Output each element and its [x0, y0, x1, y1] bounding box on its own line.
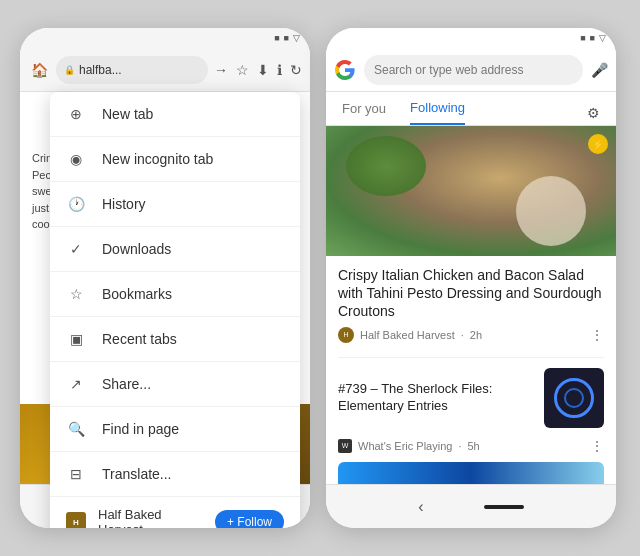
menu-item-new-tab[interactable]: ⊕ New tab: [50, 92, 300, 137]
right-phone: ■ ■ ▽ Search or type web address 🎤: [326, 28, 616, 528]
find-icon: 🔍: [66, 419, 86, 439]
downloads-icon: ✓: [66, 239, 86, 259]
download-icon[interactable]: ⬇: [257, 62, 269, 78]
article2-text: #739 – The Sherlock Files: Elementary En…: [338, 381, 534, 415]
article2-dot: ·: [458, 440, 461, 452]
signal-icon: ■: [274, 33, 279, 43]
salad-greens: [346, 136, 426, 196]
article1-info: Crispy Italian Chicken and Bacon Salad w…: [326, 256, 616, 357]
left-status-bar: ■ ■ ▽: [20, 28, 310, 48]
right-browser-toolbar: Search or type web address 🎤: [326, 48, 616, 92]
signal-icon-right: ■: [580, 33, 585, 43]
plate-circle: [516, 176, 586, 246]
follow-button[interactable]: + Follow: [215, 510, 284, 528]
tab-for-you[interactable]: For you: [342, 101, 386, 124]
bookmark-icon[interactable]: ☆: [236, 62, 249, 78]
article1-source: Half Baked Harvest: [360, 329, 455, 341]
menu-item-history[interactable]: 🕐 History: [50, 182, 300, 227]
wifi-icon-right: ■: [590, 33, 595, 43]
lightning-badge: ⚡: [588, 134, 608, 154]
article2-thumb: [544, 368, 604, 428]
new-tab-icon: ⊕: [66, 104, 86, 124]
search-placeholder: Search or type web address: [374, 63, 523, 77]
new-tab-label: New tab: [102, 106, 284, 122]
source-icon-1: H: [338, 327, 354, 343]
home-icon[interactable]: 🏠: [28, 59, 50, 81]
reload-icon[interactable]: ↻: [290, 62, 302, 78]
wifi-icon: ■: [284, 33, 289, 43]
left-phone: ■ ■ ▽ 🏠 🔒 halfba... → ☆ ⬇ ℹ ↻ — HALF — H…: [20, 28, 310, 528]
article2-source: What's Eric Playing: [358, 440, 452, 452]
battery-icon: ▽: [293, 33, 300, 43]
dropdown-menu: ⊕ New tab ◉ New incognito tab 🕐 History …: [50, 92, 300, 528]
menu-item-share[interactable]: ↗ Share...: [50, 362, 300, 407]
url-text: halfba...: [79, 63, 122, 77]
new-incognito-tab-label: New incognito tab: [102, 151, 284, 167]
more-icon-1[interactable]: ⋮: [590, 327, 604, 343]
find-label: Find in page: [102, 421, 284, 437]
back-icon-right[interactable]: ‹: [418, 498, 423, 516]
site-name: Half Baked Harvest: [98, 507, 203, 528]
menu-item-downloads[interactable]: ✓ Downloads: [50, 227, 300, 272]
article1-dot: ·: [461, 329, 464, 341]
bookmarks-label: Bookmarks: [102, 286, 284, 302]
history-icon: 🕐: [66, 194, 86, 214]
source-icon-2: W: [338, 439, 352, 453]
search-bar[interactable]: Search or type web address: [364, 55, 583, 85]
translate-icon: ⊟: [66, 464, 86, 484]
home-pill-right: [484, 505, 524, 509]
article-image: ⚡: [326, 126, 616, 256]
google-logo: [334, 59, 356, 81]
menu-item-new-incognito-tab[interactable]: ◉ New incognito tab: [50, 137, 300, 182]
lock-icon: 🔒: [64, 65, 75, 75]
incognito-icon: ◉: [66, 149, 86, 169]
right-bottom-nav: ‹: [326, 484, 616, 528]
recent-tabs-label: Recent tabs: [102, 331, 284, 347]
article2-meta: W What's Eric Playing · 5h ⋮: [326, 438, 616, 462]
right-content: For you Following ⚙ ⚡ Crispy Italian Chi…: [326, 92, 616, 484]
right-status-bar: ■ ■ ▽: [326, 28, 616, 48]
menu-item-bookmarks[interactable]: ☆ Bookmarks: [50, 272, 300, 317]
forward-icon[interactable]: →: [214, 62, 228, 78]
downloads-label: Downloads: [102, 241, 284, 257]
bookmarks-icon: ☆: [66, 284, 86, 304]
url-bar[interactable]: 🔒 halfba...: [56, 56, 208, 84]
history-label: History: [102, 196, 284, 212]
info-icon[interactable]: ℹ: [277, 62, 282, 78]
menu-item-translate[interactable]: ⊟ Translate...: [50, 452, 300, 497]
settings-icon[interactable]: ⚙: [587, 105, 600, 121]
toolbar-icons: → ☆ ⬇ ℹ ↻: [214, 62, 302, 78]
article1-time: 2h: [470, 329, 482, 341]
site-favicon: H: [66, 512, 86, 528]
article1-title[interactable]: Crispy Italian Chicken and Bacon Salad w…: [338, 266, 604, 321]
more-icon-2[interactable]: ⋮: [590, 438, 604, 454]
tabs-bar: For you Following ⚙: [326, 92, 616, 126]
teaser-image: [338, 462, 604, 484]
share-label: Share...: [102, 376, 284, 392]
sherlock-inner-circle: [564, 388, 584, 408]
follow-row: H Half Baked Harvest + Follow: [50, 497, 300, 528]
article2-time: 5h: [467, 440, 479, 452]
article1-meta: H Half Baked Harvest · 2h ⋮: [338, 327, 604, 343]
translate-label: Translate...: [102, 466, 284, 482]
browser-toolbar: 🏠 🔒 halfba... → ☆ ⬇ ℹ ↻: [20, 48, 310, 92]
article2-title[interactable]: #739 – The Sherlock Files: Elementary En…: [338, 381, 534, 415]
mic-icon[interactable]: 🎤: [591, 62, 608, 78]
tab-following[interactable]: Following: [410, 100, 465, 125]
menu-item-find-in-page[interactable]: 🔍 Find in page: [50, 407, 300, 452]
follow-label: + Follow: [227, 515, 272, 528]
article2-row: #739 – The Sherlock Files: Elementary En…: [326, 358, 616, 438]
share-icon: ↗: [66, 374, 86, 394]
battery-icon-right: ▽: [599, 33, 606, 43]
menu-item-recent-tabs[interactable]: ▣ Recent tabs: [50, 317, 300, 362]
salad-image: [326, 126, 616, 256]
recent-tabs-icon: ▣: [66, 329, 86, 349]
